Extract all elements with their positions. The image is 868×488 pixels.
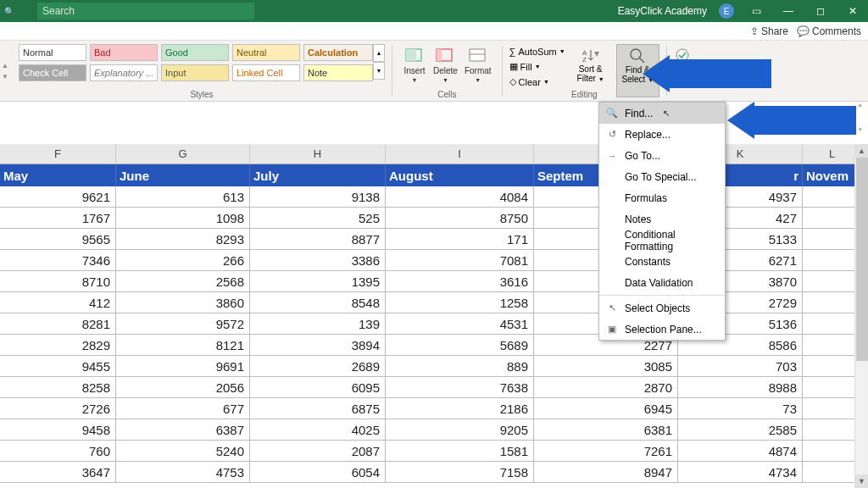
data-cell[interactable]: 1395 xyxy=(250,271,386,292)
data-cell[interactable]: 9458 xyxy=(0,419,116,441)
data-cell[interactable] xyxy=(803,292,862,313)
clear-button[interactable]: ◇Clear ▼ xyxy=(509,75,565,89)
data-cell[interactable]: 3386 xyxy=(250,250,386,271)
data-cell[interactable]: 4734 xyxy=(678,462,803,483)
avatar[interactable]: E xyxy=(719,3,734,19)
data-cell[interactable]: 171 xyxy=(386,229,534,250)
data-cell[interactable]: 703 xyxy=(678,356,803,377)
data-cell[interactable]: 2186 xyxy=(386,398,534,419)
data-cell[interactable]: 2568 xyxy=(116,271,250,292)
data-cell[interactable]: 412 xyxy=(0,292,116,313)
data-cell[interactable]: 4874 xyxy=(678,441,803,462)
data-cell[interactable]: 8947 xyxy=(534,462,678,483)
col-header[interactable]: I xyxy=(386,144,534,164)
scroll-thumb[interactable] xyxy=(856,158,868,361)
data-cell[interactable]: 9691 xyxy=(116,356,250,377)
style-calculation[interactable]: Calculation xyxy=(303,44,373,61)
menu-select-objects[interactable]: ↖Select Objects xyxy=(599,297,725,319)
scroll-down-icon[interactable]: ▼ xyxy=(855,474,868,488)
share-button[interactable]: ⇪Share xyxy=(750,25,788,37)
data-cell[interactable] xyxy=(803,229,862,250)
style-normal[interactable]: Normal xyxy=(19,44,86,61)
data-cell[interactable]: 9572 xyxy=(116,313,250,335)
style-bad[interactable]: Bad xyxy=(90,44,158,61)
data-cell[interactable]: 5240 xyxy=(116,441,250,462)
data-cell[interactable]: 73 xyxy=(678,398,803,419)
data-cell[interactable]: 1098 xyxy=(116,208,250,229)
menu-goto-special[interactable]: Go To Special... xyxy=(599,166,725,187)
data-cell[interactable]: 5689 xyxy=(386,335,534,356)
menu-conditional-formatting[interactable]: Conditional Formatting xyxy=(599,230,725,251)
data-cell[interactable]: 6387 xyxy=(116,419,250,441)
close-icon[interactable]: ✕ xyxy=(843,1,863,21)
data-cell[interactable]: 266 xyxy=(116,250,250,271)
collapse-ribbon-icon[interactable]: ˄ xyxy=(858,103,863,114)
menu-notes[interactable]: Notes xyxy=(599,208,725,230)
data-cell[interactable]: 4084 xyxy=(386,186,534,208)
month-cell[interactable]: June xyxy=(116,164,250,186)
data-cell[interactable] xyxy=(803,186,862,208)
style-input[interactable]: Input xyxy=(161,64,229,81)
autosum-button[interactable]: ∑AutoSum ▼ xyxy=(509,44,565,58)
style-check-cell[interactable]: Check Cell xyxy=(19,64,86,81)
menu-formulas[interactable]: Formulas xyxy=(599,187,725,208)
data-cell[interactable]: 3894 xyxy=(250,335,386,356)
data-cell[interactable]: 4753 xyxy=(116,462,250,483)
data-cell[interactable]: 139 xyxy=(250,313,386,335)
data-cell[interactable]: 7081 xyxy=(386,250,534,271)
fill-button[interactable]: ▦Fill ▼ xyxy=(509,59,565,74)
data-cell[interactable] xyxy=(803,335,862,356)
ribbon-display-icon[interactable]: ▭ xyxy=(746,1,766,21)
data-cell[interactable]: 8988 xyxy=(678,377,803,398)
data-cell[interactable]: 4531 xyxy=(386,313,534,335)
expand-formula-icon[interactable]: ˅ xyxy=(858,127,863,138)
minimize-icon[interactable]: — xyxy=(778,1,798,21)
styles-scroll-up-icon[interactable]: ▲ xyxy=(2,62,12,69)
data-cell[interactable]: 677 xyxy=(116,398,250,419)
month-cell[interactable]: May xyxy=(0,164,116,186)
data-cell[interactable]: 760 xyxy=(0,441,116,462)
search-input[interactable]: Search xyxy=(37,3,254,19)
data-cell[interactable] xyxy=(803,441,862,462)
data-cell[interactable]: 1767 xyxy=(0,208,116,229)
data-cell[interactable]: 525 xyxy=(250,208,386,229)
data-cell[interactable] xyxy=(803,419,862,441)
month-cell[interactable]: August xyxy=(386,164,534,186)
data-cell[interactable]: 7261 xyxy=(534,441,678,462)
menu-data-validation[interactable]: Data Validation xyxy=(599,272,725,293)
data-cell[interactable] xyxy=(803,377,862,398)
scroll-up-icon[interactable]: ▲ xyxy=(855,144,868,158)
data-cell[interactable]: 6095 xyxy=(250,377,386,398)
data-cell[interactable]: 8710 xyxy=(0,271,116,292)
data-cell[interactable]: 3860 xyxy=(116,292,250,313)
data-cell[interactable]: 2870 xyxy=(534,377,678,398)
data-cell[interactable]: 2829 xyxy=(0,335,116,356)
data-cell[interactable]: 6054 xyxy=(250,462,386,483)
data-cell[interactable] xyxy=(803,356,862,377)
data-cell[interactable] xyxy=(803,313,862,335)
data-cell[interactable]: 7638 xyxy=(386,377,534,398)
data-cell[interactable]: 8293 xyxy=(116,229,250,250)
data-cell[interactable] xyxy=(803,271,862,292)
format-button[interactable]: Format▼ xyxy=(465,44,492,83)
col-header[interactable]: H xyxy=(250,144,386,164)
data-cell[interactable]: 7346 xyxy=(0,250,116,271)
style-neutral[interactable]: Neutral xyxy=(232,44,300,61)
data-cell[interactable]: 9565 xyxy=(0,229,116,250)
comments-button[interactable]: 💬Comments xyxy=(797,25,861,37)
style-linked-cell[interactable]: Linked Cell xyxy=(232,64,300,81)
col-header[interactable]: F xyxy=(0,144,116,164)
data-cell[interactable]: 1258 xyxy=(386,292,534,313)
data-cell[interactable]: 6875 xyxy=(250,398,386,419)
data-cell[interactable]: 613 xyxy=(116,186,250,208)
data-cell[interactable]: 1581 xyxy=(386,441,534,462)
data-cell[interactable]: 8258 xyxy=(0,377,116,398)
data-cell[interactable]: 2726 xyxy=(0,398,116,419)
data-cell[interactable]: 2689 xyxy=(250,356,386,377)
style-explanatory[interactable]: Explanatory ... xyxy=(90,64,158,81)
menu-find[interactable]: 🔍Find...↖ xyxy=(599,103,725,124)
data-cell[interactable]: 8281 xyxy=(0,313,116,335)
menu-goto[interactable]: →Go To... xyxy=(599,145,725,166)
data-cell[interactable]: 9138 xyxy=(250,186,386,208)
delete-button[interactable]: Delete▼ xyxy=(433,44,458,83)
